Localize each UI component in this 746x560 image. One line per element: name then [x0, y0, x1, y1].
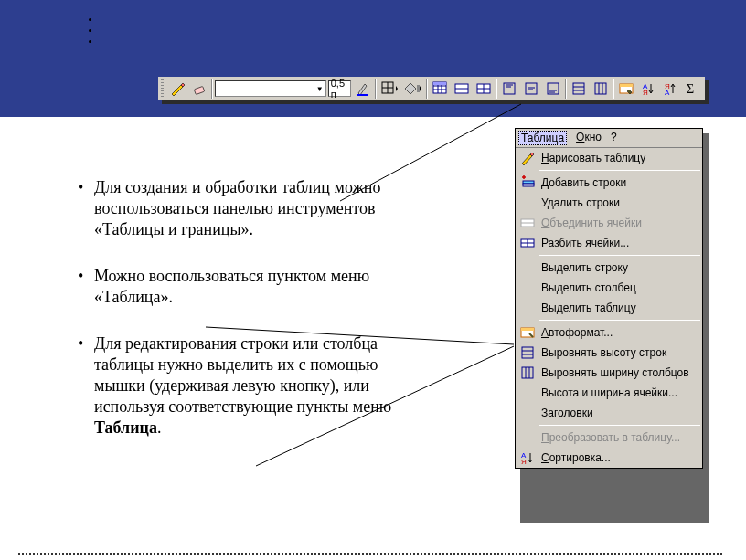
slide-footer-border: [18, 553, 722, 555]
callout-lines: [0, 0, 746, 560]
svg-line-57: [206, 327, 514, 344]
svg-line-58: [256, 346, 514, 466]
svg-line-56: [340, 104, 521, 201]
